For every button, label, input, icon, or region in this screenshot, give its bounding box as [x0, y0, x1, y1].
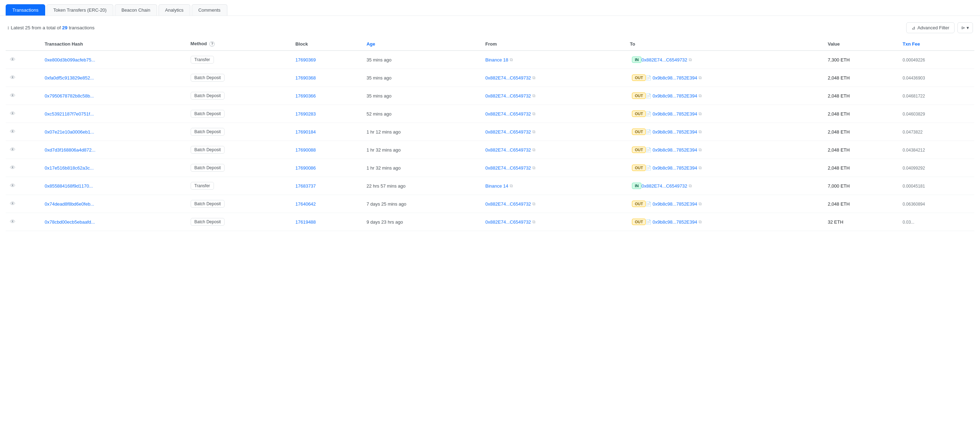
advanced-filter-button[interactable]: ⊿ Advanced Filter [906, 22, 955, 33]
from-link[interactable]: Binance 18 [485, 57, 508, 62]
copy-icon[interactable]: ⧉ [698, 129, 702, 134]
method-badge: Batch Deposit [191, 74, 225, 81]
block-link[interactable]: 17683737 [296, 183, 316, 189]
tabs-bar: TransactionsToken Transfers (ERC-20)Beac… [0, 0, 980, 16]
tab-beacon-chain[interactable]: Beacon Chain [115, 4, 157, 16]
value-text: 2,048 ETH [828, 165, 850, 171]
direction-badge: OUT [632, 111, 646, 117]
from-link[interactable]: 0x882E74...C6549732 [485, 111, 531, 116]
eye-icon[interactable]: 👁 [10, 165, 16, 171]
to-link[interactable]: 0x9b8c98...7852E394 [652, 165, 697, 171]
block-link[interactable]: 17690283 [296, 111, 316, 116]
block-link[interactable]: 17690086 [296, 165, 316, 171]
copy-icon[interactable]: ⧉ [532, 75, 536, 80]
block-link[interactable]: 17640642 [296, 201, 316, 207]
tx-hash-link[interactable]: 0x7950678782b8c58b... [45, 93, 94, 99]
copy-icon[interactable]: ⧉ [510, 57, 513, 62]
copy-icon[interactable]: ⧉ [689, 57, 692, 62]
direction-badge: OUT [632, 92, 646, 99]
to-link[interactable]: 0x9b8c98...7852E394 [652, 147, 697, 153]
tab-analytics[interactable]: Analytics [159, 4, 190, 16]
copy-icon[interactable]: ⧉ [532, 147, 536, 152]
eye-icon[interactable]: 👁 [10, 219, 16, 225]
from-link[interactable]: 0x882E74...C6549732 [485, 201, 531, 207]
tx-hash-link[interactable]: 0x78cbd00ecb5ebaafd... [45, 219, 95, 225]
copy-icon[interactable]: ⧉ [532, 201, 536, 206]
eye-icon[interactable]: 👁 [10, 201, 16, 207]
block-link[interactable]: 17619488 [296, 219, 316, 225]
to-link[interactable]: 0x882E74...C6549732 [641, 183, 687, 189]
to-link[interactable]: 0x9b8c98...7852E394 [652, 129, 697, 135]
table-row: 👁0x07e21e10a0006eb1...Batch Deposit17690… [6, 123, 974, 141]
transactions-table: Transaction Hash Method ? Block Age From… [6, 37, 974, 231]
fee-text: 0.04681722 [903, 94, 925, 99]
copy-icon[interactable]: ⧉ [698, 165, 702, 170]
to-link[interactable]: 0x9b8c98...7852E394 [652, 111, 697, 116]
tab-comments[interactable]: Comments [192, 4, 228, 16]
age-text: 1 hr 32 mins ago [366, 147, 401, 153]
value-text: 2,048 ETH [828, 93, 850, 99]
value-text: 2,048 ETH [828, 75, 850, 81]
eye-icon[interactable]: 👁 [10, 129, 16, 135]
copy-icon[interactable]: ⧉ [698, 75, 702, 80]
from-link[interactable]: 0x882E74...C6549732 [485, 219, 531, 225]
copy-icon[interactable]: ⧉ [698, 219, 702, 224]
eye-icon[interactable]: 👁 [10, 57, 16, 62]
tx-hash-link[interactable]: 0x855884168f9d1170... [45, 183, 93, 189]
from-link[interactable]: 0x882E74...C6549732 [485, 147, 531, 153]
age-text: 52 mins ago [366, 111, 391, 116]
advanced-filter-label: Advanced Filter [918, 25, 949, 30]
method-help-icon[interactable]: ? [209, 41, 215, 47]
method-badge: Batch Deposit [191, 128, 225, 135]
tab-token-transfers--erc-20-[interactable]: Token Transfers (ERC-20) [46, 4, 113, 16]
copy-icon[interactable]: ⧉ [510, 183, 513, 188]
filter-controls: ⊿ Advanced Filter ⊳ ▾ [906, 22, 973, 33]
eye-icon[interactable]: 👁 [10, 147, 16, 153]
tx-hash-link[interactable]: 0x74dead8f8bd6e0feb... [45, 201, 94, 207]
from-link[interactable]: 0x882E74...C6549732 [485, 165, 531, 171]
copy-icon[interactable]: ⧉ [689, 183, 692, 188]
to-link[interactable]: 0x9b8c98...7852E394 [652, 201, 697, 207]
block-link[interactable]: 17690368 [296, 75, 316, 81]
tx-hash-link[interactable]: 0xc53921187f7e0751f... [45, 111, 94, 116]
col-block: Block [291, 37, 362, 51]
copy-icon[interactable]: ⧉ [532, 219, 536, 224]
block-link[interactable]: 17690366 [296, 93, 316, 99]
col-method: Method ? [186, 37, 291, 51]
tx-hash-link[interactable]: 0xe800d3b099acfeb75... [45, 57, 95, 62]
copy-icon[interactable]: ⧉ [698, 201, 702, 206]
to-link[interactable]: 0x9b8c98...7852E394 [652, 75, 697, 81]
to-link[interactable]: 0x9b8c98...7852E394 [652, 219, 697, 225]
eye-icon[interactable]: 👁 [10, 111, 16, 116]
from-link[interactable]: 0x882E74...C6549732 [485, 129, 531, 135]
eye-icon[interactable]: 👁 [10, 183, 16, 189]
contract-icon: 📄 [646, 93, 651, 99]
from-link[interactable]: 0x882E74...C6549732 [485, 75, 531, 81]
tx-hash-link[interactable]: 0x07e21e10a0006eb1... [45, 129, 94, 135]
sort-icon: ↕ [7, 25, 11, 30]
to-link[interactable]: 0x882E74...C6549732 [641, 57, 687, 62]
copy-icon[interactable]: ⧉ [532, 93, 536, 98]
copy-icon[interactable]: ⧉ [532, 129, 536, 134]
block-link[interactable]: 17690088 [296, 147, 316, 153]
eye-icon[interactable]: 👁 [10, 75, 16, 81]
method-badge: Batch Deposit [191, 110, 225, 118]
copy-icon[interactable]: ⧉ [532, 165, 536, 170]
to-link[interactable]: 0x9b8c98...7852E394 [652, 93, 697, 99]
filter-dropdown-button[interactable]: ⊳ ▾ [958, 22, 973, 33]
tx-hash-link[interactable]: 0x17e516b818c62a3c... [45, 165, 94, 171]
copy-icon[interactable]: ⧉ [532, 111, 536, 116]
tx-hash-link[interactable]: 0xfa0df5c913829e852... [45, 75, 94, 81]
from-link[interactable]: Binance 14 [485, 183, 508, 189]
block-link[interactable]: 17690369 [296, 57, 316, 62]
filter-icon: ⊳ [961, 25, 965, 30]
copy-icon[interactable]: ⧉ [698, 111, 702, 116]
eye-icon[interactable]: 👁 [10, 92, 16, 99]
copy-icon[interactable]: ⧉ [698, 147, 702, 152]
tab-transactions[interactable]: Transactions [6, 4, 45, 16]
block-link[interactable]: 17690184 [296, 129, 316, 135]
from-link[interactable]: 0x882E74...C6549732 [485, 93, 531, 99]
copy-icon[interactable]: ⧉ [698, 93, 702, 98]
age-text: 22 hrs 57 mins ago [366, 183, 406, 189]
tx-hash-link[interactable]: 0xd7d3f168806a4d872... [45, 147, 95, 153]
